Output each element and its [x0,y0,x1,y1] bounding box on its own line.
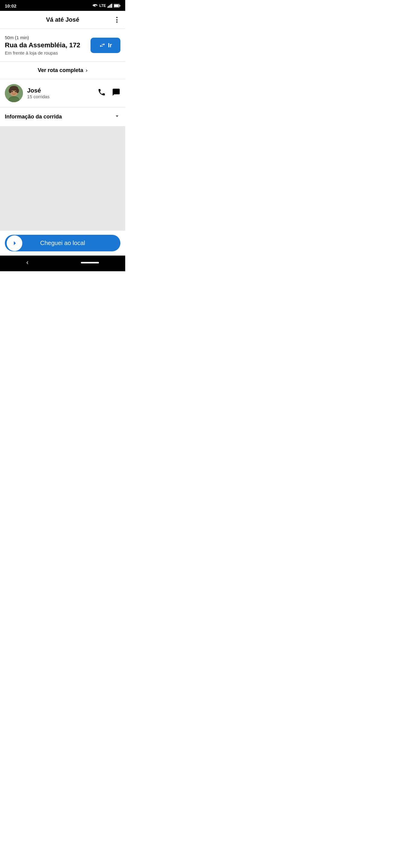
lte-icon: LTE [99,4,106,8]
call-button[interactable] [97,88,106,98]
signal-icon [107,4,112,8]
svg-point-12 [9,88,12,93]
back-button[interactable]: ‹ [26,258,28,267]
page-title: Vá até José [46,16,79,23]
route-icon [99,42,106,49]
address-section: 50m (1 min) Rua da Assembléia, 172 Em fr… [0,29,125,62]
ride-info-label: Informação da corrida [5,114,62,120]
ride-info-section[interactable]: Informação da corrida [0,107,125,127]
header: Vá até José ⋮ [0,11,125,29]
message-button[interactable] [112,88,120,98]
chevron-right-icon [10,239,19,247]
svg-rect-6 [119,5,120,6]
passenger-actions [97,88,120,98]
wifi-icon [92,4,98,8]
address-detail-label: Em frente à loja de roupas [5,50,86,56]
arrived-button-circle [7,236,22,251]
svg-marker-4 [111,4,112,7]
nav-bar: ‹ [0,255,125,271]
svg-point-13 [16,88,19,93]
street-label: Rua da Assembléia, 172 [5,41,86,49]
passenger-info: José 15 corridas [27,87,97,99]
passenger-rides: 15 corridas [27,94,97,99]
go-button-label: Ir [108,42,112,49]
more-menu-button[interactable]: ⋮ [113,16,120,24]
chevron-down-icon [114,113,120,121]
view-route-label: Ver rota completa [38,67,83,73]
status-icons: LTE [92,4,120,8]
svg-point-14 [12,91,13,92]
arrived-button-label: Cheguei ao local [10,240,116,247]
go-button[interactable]: Ir [90,38,120,53]
svg-rect-1 [108,6,109,8]
svg-rect-2 [110,5,110,7]
battery-icon [114,4,120,8]
svg-rect-7 [114,4,119,7]
passenger-avatar [5,84,23,102]
arrived-button[interactable]: Cheguei ao local [5,235,120,251]
svg-rect-0 [107,7,108,8]
map-view [0,127,125,230]
address-info: 50m (1 min) Rua da Assembléia, 172 Em fr… [5,35,86,56]
distance-label: 50m (1 min) [5,35,86,40]
bottom-bar: Cheguei ao local [0,230,125,255]
phone-icon [97,88,106,96]
view-route-button[interactable]: Ver rota completa › [0,62,125,79]
status-bar: 10:02 LTE [0,0,125,11]
home-indicator[interactable] [81,262,99,264]
passenger-name: José [27,87,97,94]
passenger-section: José 15 corridas [0,79,125,107]
svg-rect-3 [110,4,111,8]
status-time: 10:02 [5,3,16,8]
message-icon [112,88,120,96]
chevron-right-icon: › [86,67,87,73]
svg-point-15 [15,91,16,92]
